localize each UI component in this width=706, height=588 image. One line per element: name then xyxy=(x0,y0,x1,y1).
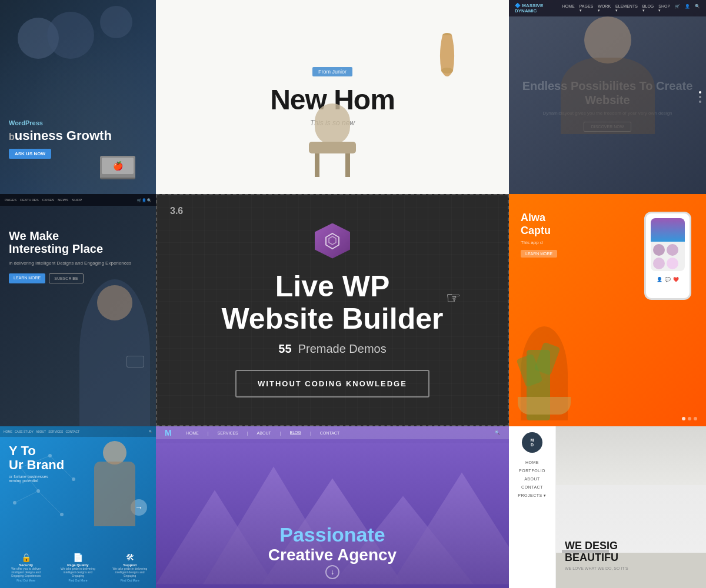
thumb-creative-agency[interactable]: M HOME| SERVICES| ABOUT| BLOG| CONTACT 🔍 xyxy=(156,426,509,588)
version-badge: 3.6 xyxy=(170,206,183,216)
svg-marker-7 xyxy=(329,236,336,245)
brand-nav: HOMECASE STUDYABOUTSERVICESCONTACT 🔍 xyxy=(0,426,156,437)
svg-line-17 xyxy=(15,491,38,503)
thumb-endless-possibilities[interactable]: 🔷 MASSIVE DYNAMIC HOMEPAGES ▾WORK ▾ELEME… xyxy=(509,0,706,194)
panel-demos-count: 55 Premade Demos xyxy=(278,342,386,356)
brand-feature-quality: 📄 Page Quality We take pride in deliveri… xyxy=(60,553,95,582)
endless-logo: 🔷 MASSIVE DYNAMIC xyxy=(515,3,558,14)
app-button[interactable]: LEARN MORE xyxy=(521,250,557,258)
wemake-learn-more[interactable]: LEARN MORE xyxy=(9,273,45,283)
svg-rect-3 xyxy=(345,153,350,177)
creative-subtitle: Creative Agency xyxy=(156,546,509,564)
svg-rect-2 xyxy=(315,153,319,177)
creative-scroll-button[interactable]: ↓ xyxy=(325,565,339,579)
hexagon-shape xyxy=(315,223,350,259)
vase-svg xyxy=(432,24,462,82)
wemake-title: We MakeInteresting Place xyxy=(9,229,147,255)
design-content: WE DESIGBEAUTIFU WE LOVE WHAT WE DO, SO … xyxy=(565,540,628,570)
thumb-brand[interactable]: HOMECASE STUDYABOUTSERVICESCONTACT 🔍 Y T… xyxy=(0,426,156,588)
brand-feature-support: 🛠 Support We take pride in delivering in… xyxy=(112,553,148,582)
app-subtitle: This app d xyxy=(521,240,635,245)
creative-nav: M HOME| SERVICES| ABOUT| BLOG| CONTACT 🔍 xyxy=(156,426,509,439)
endless-nav: 🔷 MASSIVE DYNAMIC HOMEPAGES ▾WORK ▾ELEME… xyxy=(509,0,706,16)
design-main: WE DESIGBEAUTIFU WE LOVE WHAT WE DO, SO … xyxy=(556,426,706,588)
svg-marker-6 xyxy=(326,233,339,249)
creative-content: Passionate Creative Agency xyxy=(156,524,509,564)
cta-button[interactable]: WITHOUT CODING KNOWLEDGE xyxy=(235,370,429,397)
endless-nav-items: HOMEPAGES ▾WORK ▾ELEMENTS ▾BLOG ▾SHOP ▾ … xyxy=(562,4,700,13)
logo-inner-svg xyxy=(324,232,341,250)
thumb-business-growth[interactable]: WordPress business Growth ASK US NOW 🍎 xyxy=(0,0,156,194)
design-logo-img: MD xyxy=(522,432,542,453)
app-content: AlwaCaptu This app d LEARN MORE xyxy=(521,212,635,258)
cursor-hand-icon: ☞ xyxy=(446,288,461,308)
design-sidebar: MD HOME PORTFOLIO ABOUT CONTACT PROJECTS… xyxy=(509,426,556,588)
svg-rect-0 xyxy=(315,103,350,145)
brand-feature-security: 🔒 Security We offer you to deliver intel… xyxy=(8,553,44,582)
design-logo: MD xyxy=(522,432,542,453)
creative-logo: M xyxy=(165,428,172,437)
thumb-new-home[interactable]: From Junior New Hom This is so new xyxy=(156,0,509,194)
panel-main-title: Live WP Website Builder xyxy=(222,270,444,335)
creative-main-title: Passionate xyxy=(156,524,509,546)
svg-line-15 xyxy=(21,467,38,491)
wemake-nav: PAGESFEATURESCASESNEWSSHOP 🛒 👤 🔍 xyxy=(0,194,156,206)
svg-point-5 xyxy=(441,68,453,74)
hex-logo xyxy=(315,223,350,259)
design-title: WE DESIGBEAUTIFU xyxy=(565,540,628,564)
design-sidebar-menu: HOME PORTFOLIO ABOUT CONTACT PROJECTS ▾ xyxy=(515,459,550,500)
app-pagination xyxy=(682,417,697,420)
svg-line-16 xyxy=(50,456,74,479)
thumb-we-make[interactable]: PAGESFEATURESCASESNEWSSHOP 🛒 👤 🔍 We Make… xyxy=(0,194,156,426)
thumb-app[interactable]: AlwaCaptu This app d LEARN MORE xyxy=(509,194,706,426)
chair-svg xyxy=(297,98,368,180)
design-subtitle: WE LOVE WHAT WE DO, SO IT'S xyxy=(565,566,628,570)
phone-mockup: 👤💬❤️ xyxy=(635,200,700,420)
from-junior-badge: From Junior xyxy=(312,67,352,76)
thumb-we-design[interactable]: MD HOME PORTFOLIO ABOUT CONTACT PROJECTS… xyxy=(509,426,706,588)
svg-rect-1 xyxy=(309,142,356,153)
main-grid: WordPress business Growth ASK US NOW 🍎 xyxy=(0,0,706,588)
brand-features: 🔒 Security We offer you to deliver intel… xyxy=(0,553,156,582)
app-title: AlwaCaptu xyxy=(521,212,635,237)
svg-line-14 xyxy=(21,456,50,467)
svg-line-18 xyxy=(38,491,62,514)
network-dots-svg xyxy=(3,444,121,550)
center-hero-panel: 3.6 Live WP Website Builder 55 Premade D… xyxy=(156,194,509,426)
